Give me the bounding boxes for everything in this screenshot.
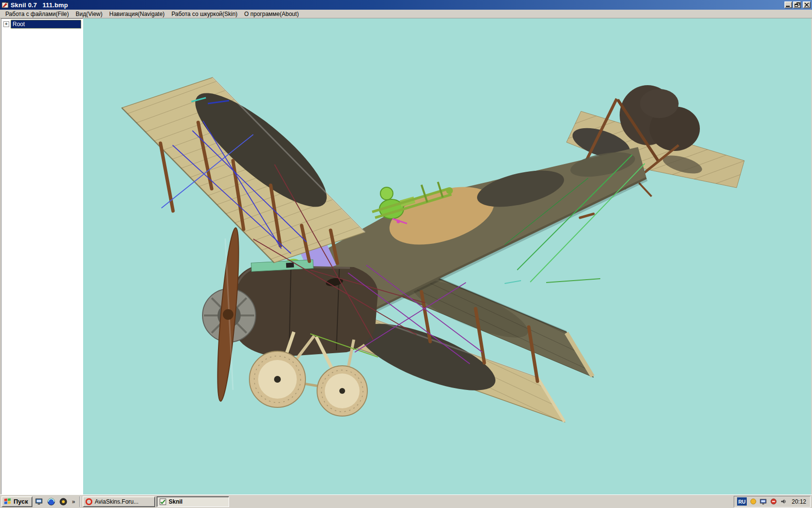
sknil-app-icon bbox=[160, 498, 166, 505]
close-icon bbox=[804, 2, 810, 7]
tray-icon-1[interactable] bbox=[750, 498, 757, 505]
tray-icon-3[interactable] bbox=[770, 498, 777, 505]
tree-item-root-row: + Root bbox=[1, 20, 83, 29]
tree-item-root[interactable]: Root bbox=[11, 20, 81, 29]
taskbar-divider bbox=[79, 496, 80, 507]
start-label: Пуск bbox=[14, 498, 28, 505]
taskbar: Пуск » AviaSkins.Foru... Sknil bbox=[0, 494, 812, 508]
taskbar-button-sknil[interactable]: Sknil bbox=[157, 496, 229, 507]
close-button[interactable] bbox=[803, 1, 811, 8]
system-tray: RU 20:12 bbox=[734, 496, 811, 508]
window-title: Sknil 0.7 111.bmp bbox=[11, 1, 783, 9]
taskbar-clock[interactable]: 20:12 bbox=[790, 498, 806, 505]
minimize-icon bbox=[786, 6, 790, 7]
menu-skin[interactable]: Работа со шкуркой(Skin) bbox=[168, 10, 241, 18]
windows-flag-icon bbox=[4, 498, 12, 505]
browser-icon[interactable] bbox=[46, 496, 57, 507]
menu-about[interactable]: О программе(About) bbox=[241, 10, 302, 18]
language-indicator[interactable]: RU bbox=[737, 497, 747, 506]
app-icon bbox=[1, 1, 9, 9]
taskbar-button-aviaskins[interactable]: AviaSkins.Foru... bbox=[83, 496, 155, 507]
restore-button[interactable] bbox=[793, 1, 801, 8]
menu-bar: Работа с файлами(File) Вид(View) Навигац… bbox=[0, 10, 812, 18]
quicklaunch-chevron[interactable]: » bbox=[70, 496, 77, 507]
left-upper-wing bbox=[122, 77, 365, 263]
quicklaunch-app-icon[interactable] bbox=[58, 496, 69, 507]
biplane-model bbox=[83, 18, 811, 494]
volume-icon[interactable] bbox=[780, 498, 787, 505]
opera-icon bbox=[86, 498, 92, 505]
skin-tree-panel: + Root bbox=[1, 18, 83, 494]
show-desktop-icon[interactable] bbox=[34, 496, 44, 507]
minimize-button[interactable] bbox=[784, 1, 792, 8]
menu-navigate[interactable]: Навигация(Navigate) bbox=[106, 10, 168, 18]
tray-icon-2[interactable] bbox=[760, 498, 767, 505]
start-button[interactable]: Пуск bbox=[1, 496, 32, 507]
title-bar: Sknil 0.7 111.bmp bbox=[0, 0, 812, 10]
tree-expander-icon[interactable]: + bbox=[3, 21, 9, 27]
menu-view[interactable]: Вид(View) bbox=[72, 10, 106, 18]
menu-file[interactable]: Работа с файлами(File) bbox=[2, 10, 72, 18]
main-area: + Root bbox=[1, 18, 811, 494]
model-viewport[interactable] bbox=[83, 18, 811, 494]
